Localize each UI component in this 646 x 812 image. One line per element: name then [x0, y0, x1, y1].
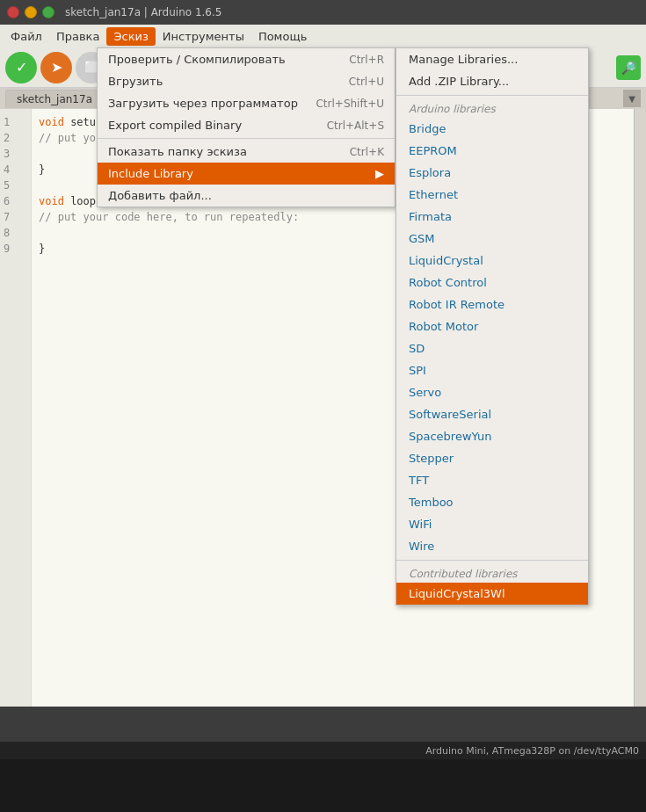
menu-edit[interactable]: Правка	[49, 27, 106, 46]
lib-bridge[interactable]: Bridge	[396, 118, 588, 140]
lib-firmata[interactable]: Firmata	[396, 206, 588, 228]
lib-wire[interactable]: Wire	[396, 535, 588, 557]
lib-robot-control[interactable]: Robot Control	[396, 272, 588, 294]
status-bar: Arduino Mini, ATmega328P on /dev/ttyACM0	[0, 742, 646, 759]
menu-show-folder[interactable]: Показать папку эскиза Ctrl+K	[98, 141, 395, 163]
maximize-button[interactable]	[42, 6, 54, 18]
lib-spacebrew-yun[interactable]: SpacebrewYun	[396, 425, 588, 447]
menu-file[interactable]: Файл	[4, 27, 49, 46]
lib-temboo[interactable]: Temboo	[396, 491, 588, 513]
line-numbers: 1 2 3 4 5 6 7 8 9	[0, 109, 32, 707]
window-title: sketch_jan17a | Arduino 1.6.5	[65, 6, 221, 18]
lib-separator-1	[396, 95, 588, 96]
menu-include-library[interactable]: Include Library ▶	[98, 163, 395, 185]
menu-separator-1	[98, 138, 395, 139]
lib-liquidcrystal3w[interactable]: LiquidCrystal3Wl	[396, 583, 588, 605]
menu-tools[interactable]: Инструменты	[156, 27, 251, 46]
terminal-area	[0, 759, 646, 812]
contributed-libraries-header: Contributed libraries	[396, 563, 588, 583]
lib-stepper[interactable]: Stepper	[396, 447, 588, 469]
status-text: Arduino Mini, ATmega328P on /dev/ttyACM0	[425, 745, 639, 757]
lib-eeprom[interactable]: EEPROM	[396, 140, 588, 162]
lib-spi[interactable]: SPI	[396, 359, 588, 381]
lib-liquidcrystal[interactable]: LiquidCrystal	[396, 250, 588, 272]
menu-verify[interactable]: Проверить / Скомпилировать Ctrl+R	[98, 48, 395, 70]
lib-robot-ir-remote[interactable]: Robot IR Remote	[396, 294, 588, 315]
close-button[interactable]	[7, 6, 19, 18]
menu-add-file[interactable]: Добавить файл...	[98, 185, 395, 207]
lib-robot-motor[interactable]: Robot Motor	[396, 315, 588, 337]
menu-upload[interactable]: Вгрузить Ctrl+U	[98, 70, 395, 92]
serial-monitor-button[interactable]: 🔎	[616, 55, 641, 80]
lib-esplora[interactable]: Esplora	[396, 162, 588, 184]
add-zip-library-item[interactable]: Add .ZIP Library...	[396, 70, 588, 92]
upload-button[interactable]: ➤	[40, 52, 72, 83]
lib-servo[interactable]: Servo	[396, 381, 588, 403]
sketch-menu: Проверить / Скомпилировать Ctrl+R Вгрузи…	[97, 47, 396, 207]
lib-tft[interactable]: TFT	[396, 469, 588, 491]
menu-help[interactable]: Помощь	[251, 27, 314, 46]
menu-bar: Файл Правка Эскиз Инструменты Помощь	[0, 25, 646, 47]
lib-sd[interactable]: SD	[396, 337, 588, 359]
lib-wifi[interactable]: WiFi	[396, 513, 588, 535]
menu-upload-programmer[interactable]: Загрузить через программатор Ctrl+Shift+…	[98, 92, 395, 114]
include-library-menu: Manage Libraries... Add .ZIP Library... …	[396, 47, 589, 605]
arduino-libraries-header: Arduino libraries	[396, 98, 588, 118]
tab-arrow[interactable]: ▼	[623, 90, 641, 107]
title-bar: sketch_jan17a | Arduino 1.6.5	[0, 0, 646, 25]
menu-sketch[interactable]: Эскиз	[106, 27, 155, 46]
verify-button[interactable]: ✓	[5, 52, 37, 83]
menu-export-binary[interactable]: Export compiled Binary Ctrl+Alt+S	[98, 114, 395, 136]
lib-gsm[interactable]: GSM	[396, 228, 588, 250]
lib-ethernet[interactable]: Ethernet	[396, 184, 588, 206]
manage-libraries-item[interactable]: Manage Libraries...	[396, 48, 588, 70]
lib-software-serial[interactable]: SoftwareSerial	[396, 403, 588, 425]
editor-tab[interactable]: sketch_jan17a	[5, 90, 104, 108]
submenu-arrow: ▶	[375, 167, 384, 180]
minimize-button[interactable]	[25, 6, 37, 18]
lib-separator-2	[396, 560, 588, 561]
vertical-scrollbar[interactable]	[634, 109, 646, 707]
